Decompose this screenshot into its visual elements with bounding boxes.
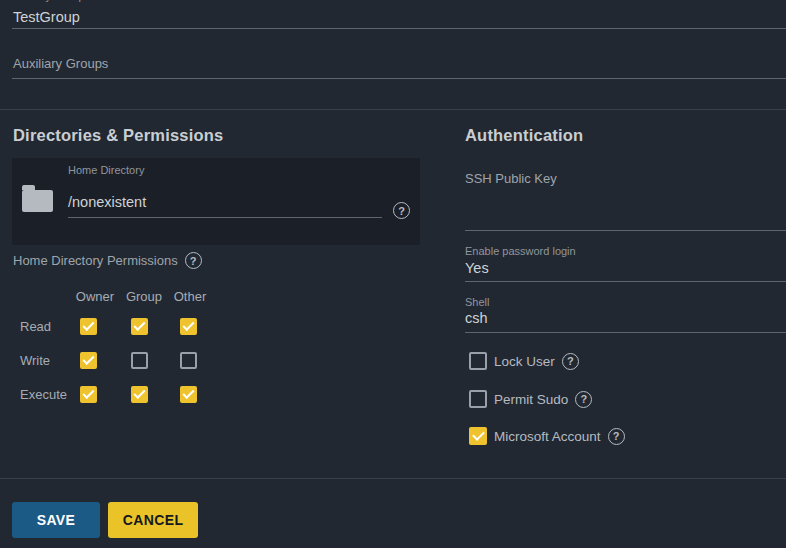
perm-checkbox-write-other[interactable]: [180, 352, 197, 369]
perm-row-label-write: Write: [20, 353, 50, 368]
shell-label: Shell: [465, 296, 489, 308]
user-edit-form: Primary Group TestGroup Auxiliary Groups…: [0, 0, 786, 548]
lock-user-label: Lock User: [494, 354, 555, 369]
perm-checkbox-read-owner[interactable]: [80, 318, 97, 335]
permissions-grid: OwnerGroupOtherReadWriteExecute: [0, 0, 420, 420]
ssh-public-key-field[interactable]: [465, 190, 786, 230]
permit-sudo-option: Permit Sudo?: [469, 390, 592, 408]
perm-col-header-owner: Owner: [76, 289, 114, 304]
lock-user-option: Lock User?: [469, 352, 579, 370]
enable-password-login-select[interactable]: Yes: [465, 260, 489, 276]
perm-row-label-read: Read: [20, 319, 51, 334]
permit-sudo-help-icon[interactable]: ?: [575, 391, 592, 408]
perm-checkbox-read-other[interactable]: [180, 318, 197, 335]
save-button[interactable]: SAVE: [12, 502, 100, 538]
actions-divider: [0, 478, 786, 479]
perm-checkbox-execute-group[interactable]: [131, 386, 148, 403]
perm-row-label-execute: Execute: [20, 387, 67, 402]
microsoft-account-help-icon[interactable]: ?: [608, 428, 625, 445]
ssh-public-key-label: SSH Public Key: [465, 171, 557, 186]
enable-password-login-underline: [465, 281, 786, 282]
perm-col-header-group: Group: [126, 289, 162, 304]
authentication-section-title: Authentication: [465, 126, 583, 145]
enable-password-login-label: Enable password login: [465, 245, 576, 257]
shell-underline: [465, 332, 786, 333]
ssh-public-key-underline: [465, 230, 786, 231]
perm-col-header-other: Other: [174, 289, 207, 304]
shell-select[interactable]: csh: [465, 310, 488, 326]
perm-checkbox-write-group[interactable]: [131, 352, 148, 369]
microsoft-account-checkbox[interactable]: [469, 427, 487, 445]
perm-checkbox-read-group[interactable]: [131, 318, 148, 335]
microsoft-account-option: Microsoft Account?: [469, 427, 625, 445]
lock-user-checkbox[interactable]: [469, 352, 487, 370]
permit-sudo-label: Permit Sudo: [494, 392, 568, 407]
perm-checkbox-execute-other[interactable]: [180, 386, 197, 403]
lock-user-help-icon[interactable]: ?: [562, 353, 579, 370]
cancel-button[interactable]: CANCEL: [108, 502, 198, 538]
microsoft-account-label: Microsoft Account: [494, 429, 601, 444]
perm-checkbox-write-owner[interactable]: [80, 352, 97, 369]
permit-sudo-checkbox[interactable]: [469, 390, 487, 408]
perm-checkbox-execute-owner[interactable]: [80, 386, 97, 403]
